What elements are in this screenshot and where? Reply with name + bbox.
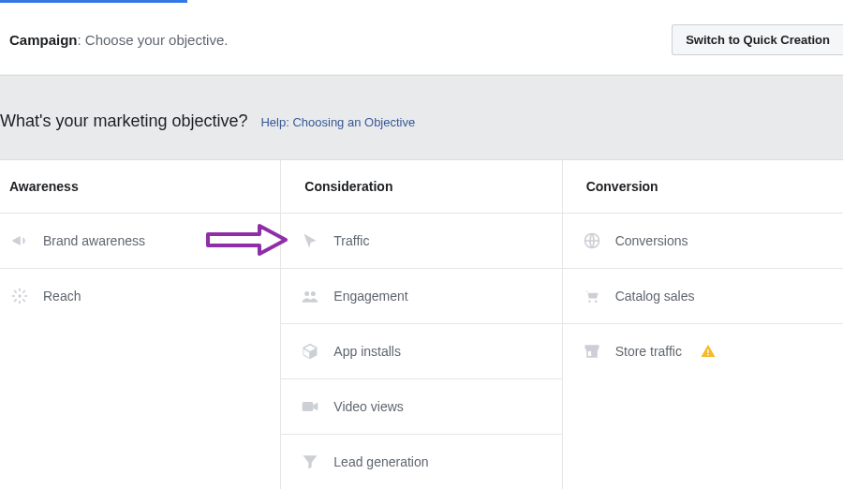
option-reach[interactable]: Reach [0,268,280,323]
reach-icon [9,286,30,306]
funnel-icon [300,452,320,472]
cart-icon [582,286,602,306]
column-awareness: Awareness Brand awareness Reach [0,160,281,489]
video-icon [300,396,320,417]
option-label: Lead generation [333,454,428,469]
column-header-awareness: Awareness [0,160,280,213]
option-label: Traffic [333,233,369,248]
globe-icon [582,230,602,251]
option-label: Catalog sales [615,289,695,304]
campaign-subtitle: : Choose your objective. [78,32,229,48]
option-label: Video views [333,399,403,414]
option-label: Engagement [333,289,407,304]
campaign-label: Campaign: Choose your objective. [9,32,228,48]
option-store-traffic[interactable]: Store traffic [563,323,843,378]
people-icon [300,286,320,306]
option-catalog-sales[interactable]: Catalog sales [563,268,843,323]
column-conversion: Conversion Conversions Catalog sales Sto… [563,160,843,489]
campaign-title: Campaign [9,32,78,48]
svg-rect-8 [707,354,708,355]
option-label: Reach [43,289,81,304]
megaphone-icon [9,230,30,251]
column-header-conversion: Conversion [563,160,843,213]
svg-point-6 [595,301,598,304]
question-bar: What's your marketing objective? Help: C… [0,75,843,160]
svg-rect-7 [707,349,708,353]
option-label: Store traffic [615,344,682,359]
cursor-icon [300,230,320,251]
svg-rect-3 [303,402,314,411]
option-engagement[interactable]: Engagement [281,268,561,323]
progress-indicator [0,0,187,3]
svg-point-2 [311,291,316,296]
help-link[interactable]: Help: Choosing an Objective [260,115,415,129]
warning-icon [701,344,716,359]
option-video-views[interactable]: Video views [281,378,561,434]
option-label: App installs [333,344,401,359]
option-label: Conversions [615,233,688,248]
column-header-consideration: Consideration [281,160,561,213]
option-label: Brand awareness [43,233,145,248]
svg-point-1 [304,291,309,296]
option-app-installs[interactable]: App installs [281,323,561,378]
store-icon [582,341,602,362]
option-lead-generation[interactable]: Lead generation [281,434,561,489]
svg-point-5 [588,301,591,304]
option-brand-awareness[interactable]: Brand awareness [0,213,280,268]
column-consideration: Consideration Traffic Engagement App ins… [281,160,562,489]
option-conversions[interactable]: Conversions [563,213,843,268]
header-row: Campaign: Choose your objective. Switch … [0,6,843,75]
switch-quick-creation-button[interactable]: Switch to Quick Creation [672,24,843,55]
objective-columns: Awareness Brand awareness Reach Consider… [0,160,843,489]
question-text: What's your marketing objective? [0,111,248,130]
option-traffic[interactable]: Traffic [281,213,561,268]
svg-point-0 [18,294,21,297]
box-icon [300,341,320,362]
